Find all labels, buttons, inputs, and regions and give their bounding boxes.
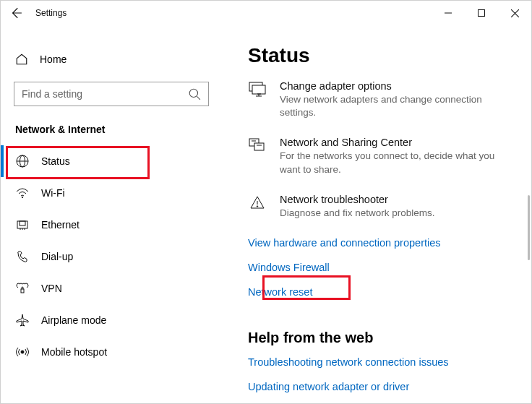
help-header: Help from the web — [248, 330, 514, 346]
home-label: Home — [40, 53, 66, 65]
svg-rect-23 — [254, 143, 264, 150]
link-hardware[interactable]: View hardware and connection properties — [248, 237, 514, 249]
ethernet-icon — [15, 218, 30, 232]
svg-rect-10 — [17, 221, 27, 228]
page-title: Status — [248, 44, 514, 67]
option-troubleshoot[interactable]: Network troubleshooter Diagnose and fix … — [248, 194, 514, 220]
sidebar-item-dialup[interactable]: Dial-up — [1, 241, 225, 272]
sidebar-item-label: Status — [41, 155, 70, 167]
link-help-update[interactable]: Updating network adapter or driver — [248, 381, 514, 392]
sidebar-item-vpn[interactable]: VPN — [1, 272, 225, 304]
dialup-icon — [15, 249, 30, 264]
warning-icon — [248, 194, 267, 220]
minimize-button[interactable] — [432, 1, 465, 25]
main-pane: Status Change adapter options View netwo… — [225, 25, 531, 403]
sidebar-item-label: VPN — [41, 283, 62, 294]
svg-rect-18 — [252, 85, 265, 94]
svg-rect-1 — [479, 10, 485, 17]
svg-point-27 — [257, 206, 257, 207]
svg-point-9 — [22, 197, 22, 197]
section-header: Network & Internet — [1, 119, 225, 145]
svg-point-4 — [189, 89, 197, 97]
maximize-button[interactable] — [465, 1, 498, 25]
sidebar-item-label: Airplane mode — [41, 314, 106, 326]
sidebar-item-label: Dial-up — [41, 251, 73, 262]
airplane-icon — [15, 313, 30, 327]
option-adapter[interactable]: Change adapter options View network adap… — [248, 80, 514, 119]
search-placeholder: Find a setting — [22, 88, 82, 100]
link-network-reset[interactable]: Network reset — [248, 286, 514, 298]
hotspot-icon — [15, 345, 30, 359]
option-desc: Diagnose and fix network problems. — [280, 207, 514, 220]
option-title: Network and Sharing Center — [280, 137, 514, 148]
back-button[interactable] — [9, 7, 22, 20]
option-title: Network troubleshooter — [280, 194, 514, 205]
sidebar-item-label: Wi-Fi — [41, 187, 65, 199]
option-desc: View network adapters and change connect… — [280, 93, 514, 119]
window-title: Settings — [35, 8, 66, 18]
svg-point-16 — [21, 351, 24, 353]
sidebar-item-label: Ethernet — [41, 219, 80, 231]
sidebar: Home Find a setting Network & Internet S… — [1, 25, 225, 403]
link-firewall[interactable]: Windows Firewall — [248, 262, 514, 273]
sidebar-item-status[interactable]: Status — [1, 145, 225, 177]
vpn-icon — [15, 281, 30, 296]
close-button[interactable] — [498, 1, 531, 25]
option-sharing[interactable]: Network and Sharing Center For the netwo… — [248, 137, 514, 176]
monitor-icon — [248, 80, 267, 119]
svg-line-5 — [197, 96, 200, 100]
option-title: Change adapter options — [280, 80, 514, 92]
sidebar-item-wifi[interactable]: Wi-Fi — [1, 177, 225, 209]
svg-rect-11 — [20, 221, 25, 225]
svg-rect-15 — [21, 289, 24, 293]
titlebar: Settings — [1, 1, 531, 25]
sidebar-item-hotspot[interactable]: Mobile hotspot — [1, 336, 225, 368]
link-help-troubleshoot[interactable]: Troubleshooting network connection issue… — [248, 356, 514, 368]
sidebar-item-ethernet[interactable]: Ethernet — [1, 209, 225, 241]
search-input[interactable]: Find a setting — [14, 82, 209, 106]
wifi-icon — [15, 186, 30, 200]
status-icon — [15, 154, 30, 168]
option-desc: For the networks you connect to, decide … — [280, 150, 514, 176]
scrollbar[interactable] — [528, 195, 530, 260]
search-icon — [188, 87, 201, 100]
sidebar-item-airplane[interactable]: Airplane mode — [1, 304, 225, 336]
sharing-icon — [248, 137, 267, 176]
home-nav[interactable]: Home — [1, 47, 225, 72]
home-icon — [15, 53, 28, 66]
sidebar-item-label: Mobile hotspot — [41, 346, 107, 358]
